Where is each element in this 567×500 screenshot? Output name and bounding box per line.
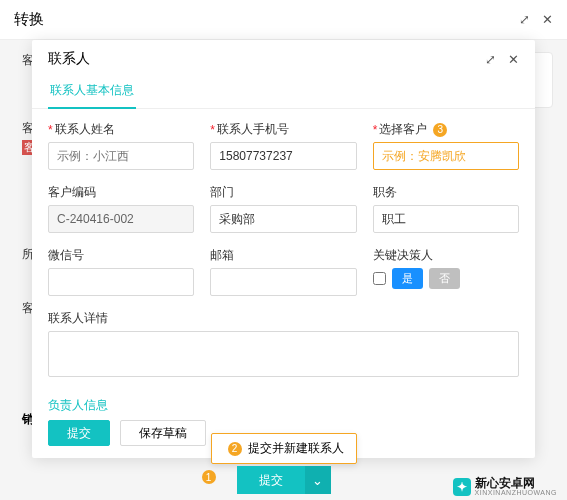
modal-title: 联系人 [48, 50, 90, 68]
label-name: 联系人姓名 [55, 121, 115, 138]
popover-text: 提交并新建联系人 [248, 440, 344, 457]
watermark-sub: XINXINANZHUOWANG [475, 489, 557, 496]
contact-modal: 联系人 ⤢ ✕ 联系人基本信息 *联系人姓名 *联系人手机号 *选择客户3 [32, 40, 535, 458]
label-decision: 关键决策人 [373, 247, 433, 264]
label-customer: 选择客户 [379, 121, 427, 138]
input-title[interactable] [373, 205, 519, 233]
logo-icon: ✦ [453, 478, 471, 496]
toggle-yes[interactable]: 是 [392, 268, 423, 289]
input-wechat[interactable] [48, 268, 194, 296]
label-detail: 联系人详情 [48, 310, 108, 327]
input-customer[interactable] [373, 142, 519, 170]
label-phone: 联系人手机号 [217, 121, 289, 138]
input-name[interactable] [48, 142, 194, 170]
tab-basic-info[interactable]: 联系人基本信息 [48, 76, 136, 109]
input-dept[interactable] [210, 205, 356, 233]
modal-submit-button[interactable]: 提交 [48, 420, 110, 446]
submit-popover[interactable]: 2 提交并新建联系人 [211, 433, 357, 464]
input-email[interactable] [210, 268, 356, 296]
expand-icon[interactable]: ⤢ [485, 52, 496, 67]
input-cust-code [48, 205, 194, 233]
close-icon[interactable]: ✕ [508, 52, 519, 67]
save-draft-button[interactable]: 保存草稿 [120, 420, 206, 446]
input-phone[interactable] [210, 142, 356, 170]
close-icon[interactable]: ✕ [542, 12, 553, 27]
badge-3: 3 [433, 123, 447, 137]
outer-title: 转换 [14, 10, 44, 29]
label-email: 邮箱 [210, 247, 234, 264]
badge-2: 2 [228, 442, 242, 456]
expand-icon[interactable]: ⤢ [519, 12, 530, 27]
label-wechat: 微信号 [48, 247, 84, 264]
watermark-name: 新心安卓网 [475, 477, 557, 489]
textarea-detail[interactable] [48, 331, 519, 377]
outer-submit-dropdown[interactable]: ⌄ [305, 466, 331, 494]
watermark: ✦ 新心安卓网 XINXINANZHUOWANG [453, 477, 557, 496]
section-owner-info: 负责人信息 [48, 391, 519, 414]
label-title: 职务 [373, 184, 397, 201]
chevron-down-icon: ⌄ [312, 473, 323, 488]
label-dept: 部门 [210, 184, 234, 201]
badge-1: 1 [202, 470, 216, 484]
label-cust-code: 客户编码 [48, 184, 96, 201]
decision-checkbox[interactable] [373, 272, 386, 285]
outer-submit-button[interactable]: 提交 [237, 466, 305, 494]
toggle-no[interactable]: 否 [429, 268, 460, 289]
